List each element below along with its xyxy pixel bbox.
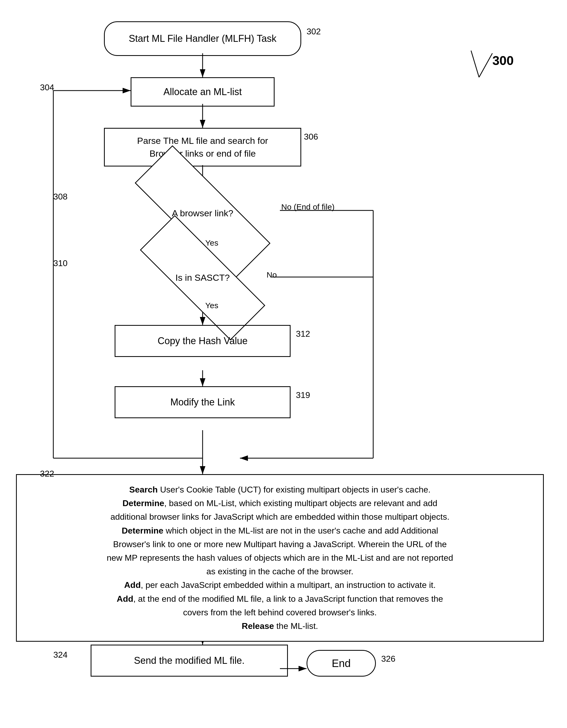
desc-line-10: covers from the left behind covered brow… [30,606,530,619]
sasct-no: No [266,270,277,279]
allocate-label: Allocate an ML-list [163,86,242,97]
parse-node: Parse The ML file and search for Browser… [104,128,301,166]
svg-line-20 [479,53,492,77]
desc-line-6: new MP represents the hash values of obj… [30,551,530,565]
desc-line-3: additional browser links for JavaScript … [30,510,530,524]
desc-line-11: Release the ML-list. [30,619,530,633]
end-node: End [307,650,376,677]
desc-line-8: Add, per each JavaScript embedded within… [30,578,530,592]
sasct-yes: Yes [205,301,218,310]
ref-308: 308 [53,192,67,202]
browser-link-no: No (End of file) [281,202,335,212]
ref-326: 326 [381,654,395,664]
desc-line-5: Browser's link to one or more new Multip… [30,538,530,551]
desc-line-9: Add, at the end of the modified ML file,… [30,592,530,606]
desc-line-2: Determine, based on ML-List, which exist… [30,497,530,510]
ref-324: 324 [53,650,67,660]
sasct-label: Is in SASCT? [139,273,266,283]
modify-link-label: Modify the Link [170,397,235,408]
browser-link-label: A browser link? [133,208,272,218]
ref-310: 310 [53,258,67,268]
browser-link-diamond: A browser link? [133,186,272,240]
sasct-diamond: Is in SASCT? [139,253,266,302]
ref-322: 322 [40,469,54,479]
start-node: Start ML File Handler (MLFH) Task [104,21,301,56]
desc-line-4: Determine which object in the ML-list ar… [30,524,530,538]
allocate-node: Allocate an ML-list [131,77,274,107]
svg-line-19 [471,51,479,77]
ref-319: 319 [296,390,310,400]
ref-302: 302 [307,27,321,36]
copy-hash-node: Copy the Hash Value [115,325,291,357]
end-label: End [332,657,351,669]
send-ml-node: Send the modified ML file. [91,645,288,677]
ref-306: 306 [304,132,318,142]
fig-number-decoration [466,48,498,80]
start-label: Start ML File Handler (MLFH) Task [129,33,276,44]
copy-hash-label: Copy the Hash Value [157,335,248,347]
desc-line-7: as existing in the cache of the browser. [30,565,530,578]
description-box: Search User's Cookie Table (UCT) for exi… [16,474,544,642]
diagram-container: 300 Start ML File Handler (MLFH) Task 30… [0,0,567,728]
parse-label: Parse The ML file and search for Browser… [137,135,268,160]
ref-304: 304 [40,83,54,92]
send-ml-label: Send the modified ML file. [134,655,245,666]
modify-link-node: Modify the Link [115,386,291,418]
desc-line-1: Search User's Cookie Table (UCT) for exi… [30,483,530,497]
browser-link-yes: Yes [205,238,218,247]
ref-312: 312 [296,329,310,339]
